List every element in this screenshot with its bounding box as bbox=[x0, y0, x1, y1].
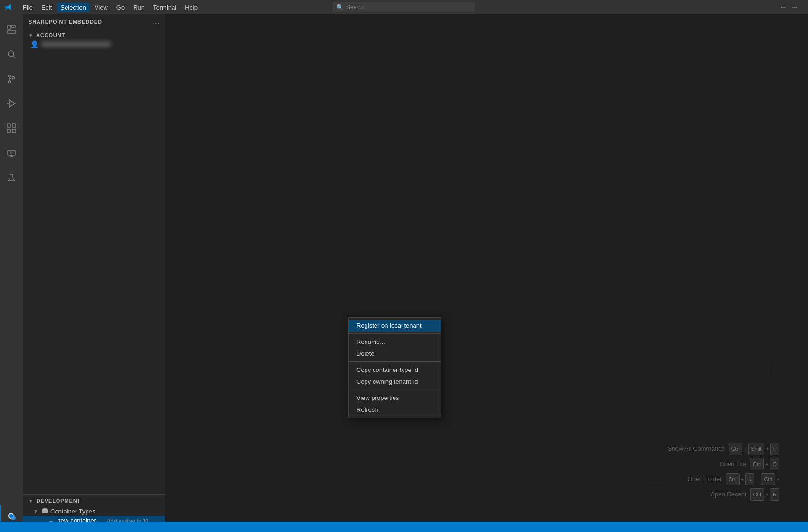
context-menu-copy-type-id[interactable]: Copy container type Id bbox=[349, 364, 441, 376]
container-types-icon bbox=[41, 507, 48, 515]
context-menu-refresh[interactable]: Refresh bbox=[349, 404, 441, 416]
shortcut-open-file: Open File Ctrl + O bbox=[668, 458, 779, 470]
status-bar bbox=[0, 522, 808, 532]
menu-bar: File Edit Selection View Go Run Terminal… bbox=[19, 3, 202, 12]
dev-chevron-icon: ▼ bbox=[29, 498, 34, 504]
extensions-activity-icon[interactable] bbox=[0, 117, 23, 140]
svg-rect-0 bbox=[8, 25, 11, 29]
container-types-chevron: ▼ bbox=[32, 509, 39, 514]
search-placeholder: Search bbox=[346, 4, 365, 10]
menu-edit[interactable]: Edit bbox=[38, 3, 56, 12]
svg-rect-22 bbox=[43, 508, 47, 510]
svg-line-4 bbox=[13, 56, 16, 58]
source-control-activity-icon[interactable] bbox=[0, 67, 23, 90]
account-email: admin@domain.example.com bbox=[41, 41, 111, 47]
context-menu-delete[interactable]: Delete bbox=[349, 348, 441, 360]
svg-rect-12 bbox=[12, 129, 16, 133]
account-chevron-icon: ▼ bbox=[29, 33, 33, 38]
svg-rect-13 bbox=[8, 150, 15, 155]
context-menu-view-properties[interactable]: View properties bbox=[349, 392, 441, 404]
svg-rect-1 bbox=[8, 30, 15, 34]
shortcuts-panel: Show All Commands Ctrl + Shift + P Open … bbox=[668, 443, 779, 504]
menu-help[interactable]: Help bbox=[181, 3, 202, 12]
explorer-activity-icon[interactable] bbox=[0, 18, 23, 41]
menu-run[interactable]: Run bbox=[129, 3, 148, 12]
menu-view[interactable]: View bbox=[91, 3, 112, 12]
shortcut-open-folder: Open Folder Ctrl + K Ctrl + bbox=[668, 473, 779, 485]
svg-rect-9 bbox=[7, 124, 10, 127]
svg-point-16 bbox=[10, 152, 12, 153]
svg-rect-21 bbox=[42, 509, 48, 513]
shortcut-all-commands: Show All Commands Ctrl + Shift + P bbox=[668, 443, 779, 455]
svg-point-7 bbox=[12, 77, 15, 79]
main-content: Show All Commands Ctrl + Shift + P Open … bbox=[165, 14, 808, 532]
context-menu: Register on local tenant Rename... Delet… bbox=[348, 317, 441, 418]
testing-activity-icon[interactable] bbox=[0, 166, 23, 189]
sidebar-more-button[interactable]: ... bbox=[153, 18, 160, 26]
activity-bar bbox=[0, 14, 23, 532]
context-menu-copy-tenant-id[interactable]: Copy owning tenant Id bbox=[349, 376, 441, 388]
menu-file[interactable]: File bbox=[19, 3, 37, 12]
container-types-label: Container Types bbox=[50, 508, 95, 515]
context-menu-register[interactable]: Register on local tenant bbox=[349, 320, 441, 332]
menu-terminal[interactable]: Terminal bbox=[149, 3, 180, 12]
search-icon: 🔍 bbox=[337, 4, 344, 10]
context-menu-sep-3 bbox=[349, 390, 441, 390]
svg-rect-11 bbox=[7, 129, 10, 133]
svg-point-6 bbox=[9, 81, 11, 83]
shortcut-open-recent: Open Recent Ctrl + R bbox=[668, 488, 779, 501]
run-debug-activity-icon[interactable] bbox=[0, 92, 23, 115]
account-section: ▼ ACCOUNT 👤 admin@domain.example.com bbox=[23, 29, 165, 51]
menu-selection[interactable]: Selection bbox=[57, 3, 89, 12]
sidebar: SHAREPOINT EMBEDDED ... ▼ ACCOUNT 👤 admi… bbox=[23, 14, 165, 532]
sidebar-header: SHAREPOINT EMBEDDED ... bbox=[23, 14, 165, 29]
account-label: ACCOUNT bbox=[36, 32, 65, 38]
svg-marker-8 bbox=[9, 100, 15, 107]
svg-point-5 bbox=[9, 75, 11, 77]
account-item[interactable]: 👤 admin@domain.example.com bbox=[23, 39, 165, 49]
vscode-logo-icon bbox=[4, 3, 11, 11]
svg-rect-10 bbox=[12, 124, 16, 127]
svg-point-20 bbox=[9, 514, 13, 518]
container-types-item[interactable]: ▼ Container Types bbox=[23, 506, 165, 516]
context-menu-sep-2 bbox=[349, 361, 441, 362]
context-menu-sep-1 bbox=[349, 333, 441, 334]
remote-activity-icon[interactable] bbox=[0, 142, 23, 164]
search-activity-icon[interactable] bbox=[0, 43, 23, 66]
nav-back-button[interactable]: ← bbox=[779, 3, 787, 11]
nav-forward-button[interactable]: → bbox=[791, 3, 798, 11]
sidebar-title: SHAREPOINT EMBEDDED bbox=[29, 19, 102, 25]
svg-rect-2 bbox=[12, 25, 15, 28]
context-menu-rename[interactable]: Rename... bbox=[349, 336, 441, 348]
dev-section-header[interactable]: ▼ DEVELOPMENT bbox=[23, 495, 165, 506]
menu-go[interactable]: Go bbox=[113, 3, 128, 12]
account-icon: 👤 bbox=[30, 40, 38, 48]
search-bar[interactable]: 🔍 Search bbox=[333, 2, 475, 12]
dev-section-label: DEVELOPMENT bbox=[37, 498, 81, 504]
titlebar: File Edit Selection View Go Run Terminal… bbox=[0, 0, 808, 14]
